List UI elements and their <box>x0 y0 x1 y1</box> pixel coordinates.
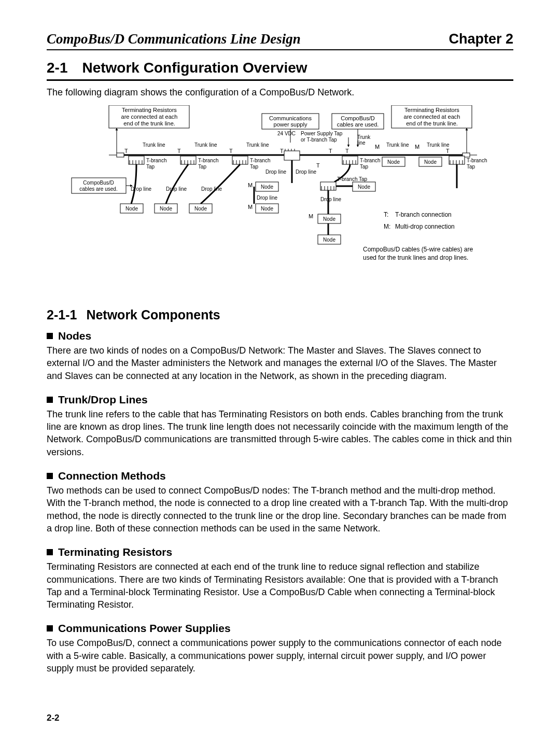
svg-rect-21 <box>117 153 124 157</box>
running-head-left: CompoBus/D Communications Line Design <box>47 31 301 47</box>
svg-text:Trunk: Trunk <box>357 134 371 140</box>
svg-text:T: T <box>124 148 128 154</box>
running-head-right: Chapter 2 <box>449 31 513 47</box>
svg-text:T: T <box>177 148 181 154</box>
page-number: 2-2 <box>47 713 60 723</box>
svg-text:or T-branch Tap: or T-branch Tap <box>301 137 337 143</box>
topic-terminating-resistors: Terminating Resistors Terminating Resist… <box>47 546 513 611</box>
svg-text:M: M <box>248 182 253 188</box>
svg-text:end of the trunk line.: end of the trunk line. <box>406 120 458 127</box>
svg-text:Drop line: Drop line <box>265 169 286 175</box>
svg-text:Drop line: Drop line <box>201 186 222 192</box>
svg-text:Node: Node <box>387 159 400 165</box>
subsection-title: 2-1-1Network Components <box>47 307 513 322</box>
svg-text:Multi-drop connection: Multi-drop connection <box>395 223 455 230</box>
network-diagram: Terminating Resistors are connected at e… <box>47 105 513 292</box>
svg-text:are connected at each: are connected at each <box>121 114 178 120</box>
topic-body: Two methods can be used to connect Compo… <box>47 484 513 535</box>
svg-text:T-branch: T-branch <box>198 158 218 163</box>
svg-text:cables are used.: cables are used. <box>337 121 379 128</box>
topic-title: Connection Methods <box>58 470 166 482</box>
square-bullet-icon <box>47 397 53 403</box>
topic-body: The trunk line refers to the cable that … <box>47 408 513 458</box>
section-heading: Network Configuration Overview <box>82 60 307 76</box>
svg-text:T-branch Tap: T-branch Tap <box>337 176 368 182</box>
svg-text:Drop line: Drop line <box>320 196 341 202</box>
svg-text:M: M <box>248 204 253 210</box>
svg-text:Node: Node <box>125 206 138 212</box>
topic-title: Nodes <box>58 330 91 342</box>
square-bullet-icon <box>47 473 53 479</box>
svg-text:CompoBus/D cables (5-wire cabl: CompoBus/D cables (5-wire cables) are <box>363 246 473 253</box>
svg-text:Node: Node <box>358 184 370 190</box>
section-number: 2-1 <box>47 60 67 76</box>
svg-rect-52 <box>284 151 300 160</box>
svg-text:T-branch connection: T-branch connection <box>395 211 452 218</box>
svg-text:M:: M: <box>384 223 390 230</box>
svg-text:Node: Node <box>323 216 335 222</box>
svg-text:Power Supply Tap: Power Supply Tap <box>301 131 343 136</box>
section-title: 2-1Network Configuration Overview <box>47 60 513 81</box>
running-head: CompoBus/D Communications Line Design Ch… <box>47 31 513 50</box>
document-page: CompoBus/D Communications Line Design Ch… <box>0 0 560 744</box>
svg-text:Drop line: Drop line <box>296 169 316 175</box>
svg-text:Trunk line: Trunk line <box>427 142 450 148</box>
section-intro: The following diagram shows the configur… <box>47 87 513 98</box>
svg-text:power supply: power supply <box>274 121 307 128</box>
svg-text:Node: Node <box>261 206 273 212</box>
svg-text:Trunk line: Trunk line <box>143 142 165 148</box>
svg-text:Node: Node <box>261 184 273 190</box>
svg-text:Drop line: Drop line <box>257 195 277 201</box>
topic-nodes: Nodes There are two kinds of nodes on a … <box>47 330 513 382</box>
svg-text:cables are used.: cables are used. <box>79 186 117 192</box>
square-bullet-icon <box>47 625 53 631</box>
topic-title: Terminating Resistors <box>58 546 172 558</box>
topic-trunk-drop-lines: Trunk/Drop Lines The trunk line refers t… <box>47 394 513 458</box>
svg-text:Tap: Tap <box>467 164 475 170</box>
subsection-number: 2-1-1 <box>47 307 77 322</box>
svg-text:Trunk line: Trunk line <box>246 142 269 148</box>
subsection-heading: Network Components <box>86 307 220 322</box>
svg-text:24 VDC: 24 VDC <box>277 131 296 136</box>
topic-title: Trunk/Drop Lines <box>58 394 148 405</box>
square-bullet-icon <box>47 333 53 339</box>
svg-text:Terminating Resistors: Terminating Resistors <box>404 107 459 113</box>
svg-text:T-branch: T-branch <box>146 158 166 163</box>
topic-communications-power-supplies: Communications Power Supplies To use Com… <box>47 622 513 675</box>
topic-title: Communications Power Supplies <box>58 622 231 634</box>
svg-text:T-branch: T-branch <box>250 158 270 163</box>
svg-text:T: T <box>446 148 450 154</box>
svg-text:Node: Node <box>160 206 172 212</box>
svg-text:CompoBus/D: CompoBus/D <box>341 115 374 121</box>
svg-text:T: T <box>329 148 332 154</box>
svg-text:Communications: Communications <box>269 115 312 121</box>
svg-text:Trunk line: Trunk line <box>194 142 217 148</box>
svg-text:Drop line: Drop line <box>131 186 151 192</box>
svg-text:used for the trunk lines and d: used for the trunk lines and drop lines. <box>363 254 468 261</box>
svg-text:Drop line: Drop line <box>166 186 187 192</box>
svg-text:CompoBus/D: CompoBus/D <box>83 180 114 186</box>
svg-text:T-branch: T-branch <box>467 158 487 163</box>
svg-text:Node: Node <box>323 237 335 243</box>
svg-text:Trunk line: Trunk line <box>386 142 409 148</box>
svg-text:Terminating Resistors: Terminating Resistors <box>122 107 177 113</box>
svg-text:T:: T: <box>384 211 388 218</box>
svg-text:end of the trunk line.: end of the trunk line. <box>123 120 175 127</box>
svg-text:T-branch: T-branch <box>360 158 380 163</box>
svg-text:Tap: Tap <box>146 164 155 170</box>
svg-text:T: T <box>280 148 284 154</box>
svg-text:line: line <box>357 140 366 146</box>
square-bullet-icon <box>47 549 53 555</box>
topic-body: To use CompoBus/D, connect a communicati… <box>47 637 513 675</box>
svg-text:Tap: Tap <box>250 164 259 170</box>
svg-text:Tap: Tap <box>198 164 207 170</box>
topic-connection-methods: Connection Methods Two methods can be us… <box>47 470 513 535</box>
svg-text:Tap: Tap <box>360 164 369 170</box>
topic-body: Terminating Resistors are connected at e… <box>47 560 513 611</box>
svg-text:M: M <box>309 213 313 219</box>
svg-text:Node: Node <box>424 159 437 165</box>
svg-text:T: T <box>316 162 320 169</box>
svg-text:T: T <box>229 148 233 154</box>
svg-text:M: M <box>415 144 419 150</box>
svg-text:T: T <box>345 148 349 154</box>
